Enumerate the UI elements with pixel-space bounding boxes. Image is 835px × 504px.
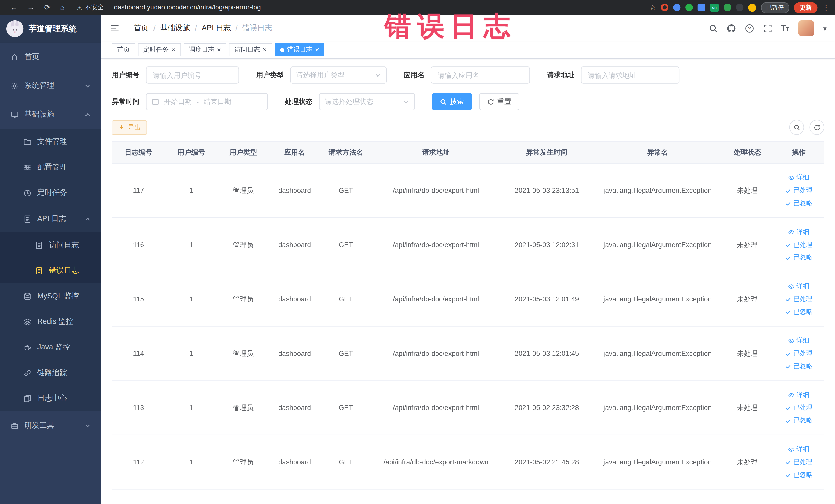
processed-link[interactable]: 已处理 bbox=[785, 186, 812, 195]
font-size-icon[interactable] bbox=[781, 23, 789, 33]
extension-icon-leaf[interactable] bbox=[724, 4, 731, 11]
sidebar-item-log-center[interactable]: 日志中心 bbox=[0, 386, 101, 411]
user-id-input[interactable] bbox=[146, 66, 239, 83]
breadcrumb-api-log[interactable]: API 日志 bbox=[202, 23, 231, 33]
help-icon[interactable]: ? bbox=[745, 24, 754, 33]
request-url-input[interactable] bbox=[581, 66, 679, 83]
avatar-caret-icon[interactable] bbox=[823, 23, 827, 33]
browser-menu-icon[interactable] bbox=[822, 4, 830, 11]
sidebar-item-infrastructure[interactable]: 基础设施 bbox=[0, 100, 101, 129]
app-logo[interactable]: 芋道管理系统 bbox=[0, 15, 101, 43]
bookmark-star-icon[interactable] bbox=[649, 4, 656, 11]
table-row: 117 1 管理员 dashboard GET /api/infra/db-do… bbox=[112, 164, 824, 218]
security-chip[interactable]: 不安全 bbox=[77, 3, 104, 12]
detail-link[interactable]: 详细 bbox=[788, 390, 809, 400]
breadcrumb-home[interactable]: 首页 bbox=[134, 23, 149, 33]
column-header-exception: 异常名 bbox=[593, 142, 722, 163]
sidebar-item-error-log[interactable]: 错误日志 bbox=[0, 258, 101, 283]
back-icon[interactable] bbox=[5, 4, 22, 11]
sidebar-item-mysql-monitor[interactable]: MySQL 监控 bbox=[0, 283, 101, 309]
eye-icon bbox=[788, 229, 794, 235]
tab-schedule-log[interactable]: 调度日志 bbox=[184, 43, 226, 57]
processed-link[interactable]: 已处理 bbox=[785, 295, 812, 303]
detail-link[interactable]: 详细 bbox=[788, 336, 809, 345]
ignored-link[interactable]: 已忽略 bbox=[785, 362, 812, 371]
sidebar-item-java-monitor[interactable]: Java 监控 bbox=[0, 335, 101, 360]
user-avatar[interactable] bbox=[798, 20, 814, 36]
user-type-select[interactable]: 请选择用户类型 bbox=[290, 66, 387, 83]
paused-badge[interactable]: 已暂停 bbox=[761, 2, 789, 13]
app-name-input[interactable] bbox=[431, 66, 530, 83]
chevron-down-icon bbox=[85, 83, 90, 89]
extension-icon-dark[interactable] bbox=[736, 4, 744, 11]
detail-link[interactable]: 详细 bbox=[788, 173, 809, 182]
processed-link[interactable]: 已处理 bbox=[785, 349, 812, 358]
ignored-link-label: 已忽略 bbox=[793, 307, 813, 316]
export-button[interactable]: 导出 bbox=[112, 120, 147, 135]
extension-icon-green[interactable] bbox=[685, 4, 693, 11]
column-header-method: 请求方法名 bbox=[320, 142, 372, 163]
tab-error-log[interactable]: 错误日志 bbox=[274, 43, 324, 57]
page-content: 用户编号 用户类型 请选择用户类型 应用名 bbox=[101, 59, 835, 504]
detail-link[interactable]: 详细 bbox=[788, 445, 809, 454]
table-body: 117 1 管理员 dashboard GET /api/infra/db-do… bbox=[112, 164, 824, 490]
tab-scheduled-jobs[interactable]: 定时任务 bbox=[138, 43, 181, 57]
sidebar-item-access-log[interactable]: 访问日志 bbox=[0, 233, 101, 258]
tab-home[interactable]: 首页 bbox=[112, 43, 135, 57]
processed-link[interactable]: 已处理 bbox=[785, 458, 812, 466]
forward-icon[interactable] bbox=[22, 4, 39, 11]
sidebar-item-label: API 日志 bbox=[37, 214, 66, 224]
sidebar-item-file-mgmt[interactable]: 文件管理 bbox=[0, 129, 101, 155]
close-icon[interactable] bbox=[217, 46, 221, 54]
cell-method: GET bbox=[320, 404, 372, 412]
sidebar-item-dev-tools[interactable]: 研发工具 bbox=[0, 411, 101, 440]
sidebar-item-system-mgmt[interactable]: 系统管理 bbox=[0, 72, 101, 100]
status-select[interactable]: 请选择处理状态 bbox=[319, 93, 415, 110]
reload-icon[interactable] bbox=[40, 4, 56, 11]
browser-home-icon[interactable] bbox=[55, 4, 69, 11]
update-button[interactable]: 更新 bbox=[794, 2, 817, 13]
extension-icon-blue[interactable] bbox=[673, 4, 680, 11]
extension-icon-grid[interactable] bbox=[698, 4, 705, 11]
search-icon[interactable] bbox=[709, 24, 718, 33]
cell-log-id: 114 bbox=[112, 349, 165, 357]
sidebar-item-home[interactable]: 首页 bbox=[0, 43, 101, 72]
cell-exception: java.lang.IllegalArgumentException bbox=[593, 295, 722, 303]
close-icon[interactable] bbox=[171, 46, 176, 54]
date-range-picker[interactable]: 开始日期 - 结束日期 bbox=[146, 93, 268, 110]
sidebar-item-redis-monitor[interactable]: Redis 监控 bbox=[0, 309, 101, 335]
sidebar-item-api-log[interactable]: API 日志 bbox=[0, 206, 101, 233]
search-button[interactable]: 搜索 bbox=[432, 93, 472, 110]
extension-on-badge[interactable]: on bbox=[710, 3, 719, 11]
check-icon bbox=[785, 309, 791, 315]
ignored-link[interactable]: 已忽略 bbox=[785, 199, 812, 208]
extension-icon-ring[interactable] bbox=[661, 4, 668, 11]
hamburger-icon[interactable] bbox=[109, 24, 120, 32]
ignored-link[interactable]: 已忽略 bbox=[785, 307, 812, 316]
refresh-button[interactable] bbox=[809, 120, 824, 135]
sidebar-item-scheduled-jobs[interactable]: 定时任务 bbox=[0, 180, 101, 206]
reset-button[interactable]: 重置 bbox=[479, 93, 519, 110]
sidebar-item-label: 日志中心 bbox=[37, 394, 67, 403]
sidebar-item-tracing[interactable]: 链路追踪 bbox=[0, 360, 101, 386]
tab-label: 定时任务 bbox=[143, 45, 169, 54]
fullscreen-icon[interactable] bbox=[763, 24, 772, 33]
ignored-link[interactable]: 已忽略 bbox=[785, 253, 812, 262]
detail-link[interactable]: 详细 bbox=[788, 282, 809, 291]
ignored-link[interactable]: 已忽略 bbox=[785, 470, 812, 479]
ignored-link[interactable]: 已忽略 bbox=[785, 416, 812, 425]
detail-link-label: 详细 bbox=[796, 173, 809, 182]
address-bar-url[interactable]: dashboard.yudao.iocoder.cn/infra/log/api… bbox=[114, 4, 261, 11]
smiley-extension-icon[interactable] bbox=[748, 3, 756, 11]
cell-request-url: /api/infra/db-doc/export-html bbox=[372, 295, 500, 303]
close-icon[interactable] bbox=[315, 46, 319, 54]
github-icon[interactable] bbox=[727, 24, 736, 33]
processed-link[interactable]: 已处理 bbox=[785, 240, 812, 249]
search-toggle-button[interactable] bbox=[789, 120, 804, 135]
detail-link[interactable]: 详细 bbox=[788, 227, 809, 237]
processed-link[interactable]: 已处理 bbox=[785, 403, 812, 412]
close-icon[interactable] bbox=[263, 46, 267, 54]
sidebar-item-config-mgmt[interactable]: 配置管理 bbox=[0, 155, 101, 180]
tab-access-log[interactable]: 访问日志 bbox=[229, 43, 272, 57]
breadcrumb-infrastructure[interactable]: 基础设施 bbox=[160, 23, 190, 33]
